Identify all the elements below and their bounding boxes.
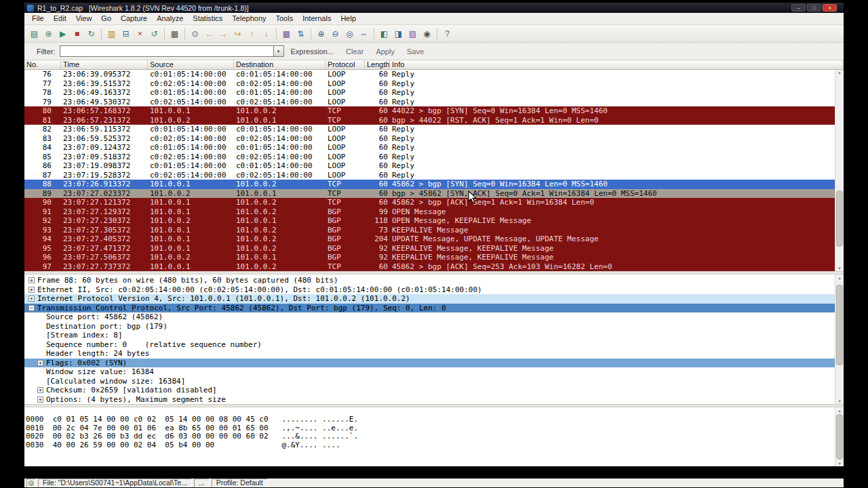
preferences-icon[interactable]: ◉ [420, 27, 434, 40]
packet-row-95[interactable]: 9523:07:27.471372101.0.0.1101.0.0.2BGP92… [24, 244, 844, 253]
restart-capture-icon[interactable]: ↻ [84, 27, 98, 40]
detail-line[interactable]: +Internet Protocol Version 4, Src: 101.0… [24, 294, 844, 304]
scroll-down-icon[interactable]: ▼ [835, 461, 844, 466]
menu-view[interactable]: View [71, 13, 97, 24]
list-interfaces-icon[interactable]: ▤ [27, 27, 41, 40]
close-button[interactable]: × [823, 4, 837, 12]
hex-line-3[interactable]: 0030 40 00 26 59 00 00 02 04 05 b4 00 00… [26, 441, 844, 450]
detail-line[interactable]: −Transmission Control Protocol, Src Port… [24, 304, 844, 313]
packet-row-91[interactable]: 9123:07:27.129372101.0.0.1101.0.0.2BGP99… [24, 207, 844, 217]
zoom-out-icon[interactable]: ⊖ [328, 27, 342, 40]
packet-row-92[interactable]: 9223:07:27.230372101.0.0.2101.0.0.1BGP11… [24, 216, 844, 226]
column-header-info[interactable]: Info [390, 60, 844, 69]
coloring-rules-icon[interactable]: ▨ [406, 27, 420, 40]
detail-line[interactable]: [Calculated window size: 16384] [24, 377, 844, 386]
hex-line-0[interactable]: 0000 c0 01 05 14 00 00 c0 02 05 14 00 00… [26, 415, 844, 424]
packet-row-84[interactable]: 8423:07:09.124372c0:01:05:14:00:00c0:01:… [24, 143, 844, 152]
menu-telephony[interactable]: Telephony [227, 13, 271, 24]
menu-file[interactable]: File [27, 13, 49, 24]
display-filters-icon[interactable]: ◨ [391, 27, 406, 40]
packet-row-87[interactable]: 8723:07:19.528372c0:02:05:14:00:00c0:02:… [24, 171, 844, 180]
print-icon[interactable]: ▦ [167, 27, 182, 40]
scroll-down-icon[interactable]: ▼ [835, 266, 844, 270]
open-file-icon[interactable]: ▥ [104, 27, 119, 40]
expand-toggle-icon[interactable]: + [37, 387, 43, 393]
column-header-length[interactable]: Length [365, 60, 390, 69]
expand-toggle-icon[interactable]: + [28, 296, 35, 302]
detail-line[interactable]: Header length: 24 bytes [24, 349, 844, 359]
filter-dropdown-button[interactable]: ▾ [274, 45, 284, 57]
menu-tools[interactable]: Tools [271, 13, 298, 24]
zoom-in-icon[interactable]: ⊕ [314, 27, 328, 40]
capture-filters-icon[interactable]: ◧ [377, 27, 391, 40]
find-packet-icon[interactable]: ⊙ [188, 27, 202, 40]
go-forward-icon[interactable]: → [216, 27, 231, 40]
zoom-100-icon[interactable]: ◎ [342, 27, 357, 40]
packet-row-81[interactable]: 8123:06:57.231372101.0.0.2101.0.0.1TCP60… [24, 116, 844, 125]
detail-line[interactable]: +Flags: 0x002 (SYN) [24, 359, 844, 368]
menu-analyze[interactable]: Analyze [152, 13, 188, 24]
packet-row-82[interactable]: 8223:06:59.115372c0:01:05:14:00:00c0:01:… [24, 125, 844, 134]
menu-internals[interactable]: Internals [298, 13, 336, 24]
detail-line[interactable]: +Ethernet II, Src: c0:02:05:14:00:00 (c0… [24, 285, 844, 295]
capture-options-icon[interactable]: ⊛ [41, 27, 56, 40]
expert-info-button[interactable] [26, 479, 36, 487]
packet-details-scrollbar[interactable]: ▲ ▼ [835, 274, 844, 404]
menu-statistics[interactable]: Statistics [188, 13, 227, 24]
colorize-toggle-icon[interactable]: ▩ [279, 27, 294, 40]
menu-go[interactable]: Go [96, 13, 116, 24]
collapse-toggle-icon[interactable]: − [28, 305, 35, 311]
packet-row-97[interactable]: 9723:07:27.737372101.0.0.1101.0.0.2TCP60… [24, 262, 844, 272]
expression-button[interactable]: Expression... [291, 47, 334, 56]
packet-list-scrollbar[interactable]: ▲ ▼ [835, 70, 844, 271]
save-button[interactable]: Save [407, 47, 424, 56]
scroll-up-icon[interactable]: ▲ [835, 70, 844, 75]
filter-input[interactable] [60, 45, 274, 57]
detail-line[interactable]: Window size value: 16384 [24, 367, 844, 377]
help-icon[interactable]: ? [440, 27, 454, 40]
expand-toggle-icon[interactable]: + [28, 287, 35, 293]
scroll-up-icon[interactable]: ▲ [835, 408, 844, 413]
maximize-button[interactable]: □ [807, 4, 821, 12]
stop-capture-icon[interactable]: ■ [70, 27, 84, 40]
close-file-icon[interactable]: × [133, 27, 147, 40]
menu-help[interactable]: Help [336, 13, 361, 24]
packet-row-80[interactable]: 8023:06:57.168372101.0.0.1101.0.0.2TCP60… [24, 106, 844, 116]
column-header-protocol[interactable]: Protocol [326, 60, 365, 69]
detail-line[interactable]: Destination port: bgp (179) [24, 322, 844, 331]
save-file-icon[interactable]: ⊟ [119, 27, 133, 40]
packet-row-76[interactable]: 7623:06:39.095372c0:01:05:14:00:00c0:01:… [24, 70, 844, 79]
packet-row-79[interactable]: 7923:06:49.530372c0:02:05:14:00:00c0:02:… [24, 98, 844, 107]
packet-row-93[interactable]: 9323:07:27.305372101.0.0.1101.0.0.2BGP73… [24, 226, 844, 235]
column-header-no[interactable]: No. [24, 60, 61, 69]
detail-line[interactable]: +Checksum: 0x2659 [validation disabled] [24, 386, 844, 395]
packet-bytes-scrollbar[interactable]: ▲ ▼ [835, 407, 844, 466]
detail-line[interactable]: Sequence number: 0 (relative sequence nu… [24, 340, 844, 350]
expand-toggle-icon[interactable]: + [28, 277, 35, 283]
packet-row-90[interactable]: 9023:07:27.121372101.0.0.1101.0.0.2TCP60… [24, 198, 844, 207]
scroll-up-icon[interactable]: ▲ [835, 275, 844, 280]
packet-row-85[interactable]: 8523:07:09.518372c0:02:05:14:00:00c0:02:… [24, 152, 844, 162]
detail-line[interactable]: Source port: 45862 (45862) [24, 312, 844, 322]
packet-row-83[interactable]: 8323:06:59.525372c0:02:05:14:00:00c0:02:… [24, 134, 844, 144]
detail-line[interactable]: +Options: (4 bytes), Maximum segment siz… [24, 395, 844, 405]
goto-bottom-icon[interactable]: ↓ [259, 27, 273, 40]
reload-file-icon[interactable]: ↺ [147, 27, 161, 40]
scroll-down-icon[interactable]: ▼ [835, 399, 844, 403]
column-header-destination[interactable]: Destination [234, 60, 326, 69]
expand-toggle-icon[interactable]: + [37, 360, 43, 366]
expand-toggle-icon[interactable]: + [37, 396, 43, 403]
packet-row-96[interactable]: 9623:07:27.506372101.0.0.2101.0.0.1BGP92… [24, 253, 844, 262]
packet-row-94[interactable]: 9423:07:27.405372101.0.0.1101.0.0.2BGP20… [24, 235, 844, 244]
minimize-button[interactable]: – [791, 4, 806, 12]
apply-button[interactable]: Apply [376, 47, 395, 56]
goto-top-icon[interactable]: ↑ [245, 27, 259, 40]
packet-row-88[interactable]: 8823:07:26.913372101.0.0.1101.0.0.2TCP60… [24, 180, 844, 189]
packet-bytes-scrollbar-thumb[interactable] [836, 414, 843, 459]
clear-button[interactable]: Clear [346, 47, 363, 56]
menu-capture[interactable]: Capture [116, 13, 152, 24]
packet-row-89[interactable]: 8923:07:27.023372101.0.0.2101.0.0.1TCP60… [24, 189, 844, 199]
packet-list-scrollbar-thumb[interactable] [836, 190, 843, 247]
packet-row-86[interactable]: 8623:07:19.098372c0:01:05:14:00:00c0:01:… [24, 161, 844, 171]
column-header-source[interactable]: Source [148, 60, 234, 69]
